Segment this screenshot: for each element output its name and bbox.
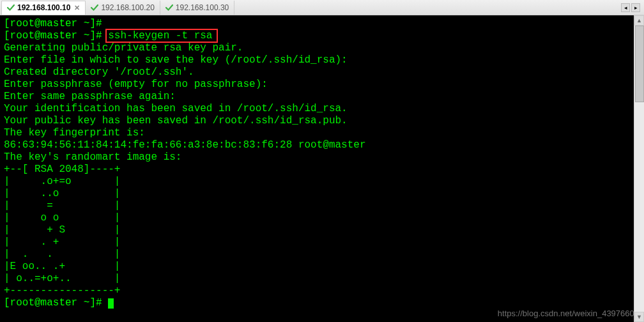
terminal-line: 86:63:94:56:11:84:14:fe:fa:66:a3:8e:bc:8… xyxy=(4,139,640,151)
connected-check-icon xyxy=(91,4,98,12)
scroll-up-icon[interactable]: ▲ xyxy=(634,15,644,26)
scroll-thumb[interactable] xyxy=(635,26,644,102)
terminal-line: Your identification has been saved in /r… xyxy=(4,103,640,115)
connected-check-icon xyxy=(7,4,15,12)
terminal-line: Your public key has been saved in /root/… xyxy=(4,115,640,127)
terminal-line: Enter passphrase (empty for no passphras… xyxy=(4,79,640,91)
terminal-line: |E oo.. .+ | xyxy=(4,261,640,273)
win-control-icon[interactable]: ◂ xyxy=(621,3,630,12)
win-control-icon[interactable]: ▸ xyxy=(631,3,640,12)
terminal-cursor xyxy=(108,298,114,309)
terminal-line: | + S | xyxy=(4,224,640,236)
tab-2[interactable]: 192.168.100.30 xyxy=(160,1,234,15)
terminal-line: [root@master ~]# ssh-keygen -t rsa xyxy=(4,30,640,42)
tab-label: 192.168.100.30 xyxy=(176,3,229,12)
terminal-line: Enter file in which to save the key (/ro… xyxy=(4,54,640,66)
tab-bar: 192.168.100.10 ✕ 192.168.100.20 192.168.… xyxy=(0,0,644,15)
scrollbar[interactable]: ▲ ▼ xyxy=(634,15,644,322)
terminal-line: Created directory '/root/.ssh'. xyxy=(4,66,640,79)
terminal-line: | . + | xyxy=(4,236,640,249)
terminal-line: [root@master ~]# xyxy=(4,18,640,30)
connected-check-icon xyxy=(165,4,173,12)
terminal-line: The key's randomart image is: xyxy=(4,151,640,164)
window-controls: ◂ ▸ xyxy=(621,3,643,12)
tab-label: 192.168.100.20 xyxy=(101,3,154,12)
tab-1[interactable]: 192.168.100.20 xyxy=(86,1,160,15)
terminal-line: The key fingerprint is: xyxy=(4,127,640,139)
terminal-line: | ..o | xyxy=(4,188,640,200)
watermark: https://blog.csdn.net/weixin_43976602 xyxy=(498,307,639,319)
terminal-line: +-----------------+ xyxy=(4,285,640,297)
close-icon[interactable]: ✕ xyxy=(74,4,80,12)
terminal-line: | .o+=o | xyxy=(4,176,640,188)
scroll-down-icon[interactable]: ▼ xyxy=(634,312,644,322)
terminal-line: | o..=+o+.. | xyxy=(4,273,640,285)
terminal-line: | = | xyxy=(4,200,640,212)
terminal-line: | o o | xyxy=(4,212,640,224)
tab-0[interactable]: 192.168.100.10 ✕ xyxy=(1,1,86,15)
terminal-line: +--[ RSA 2048]----+ xyxy=(4,164,640,176)
terminal[interactable]: [root@master ~]#[root@master ~]# ssh-key… xyxy=(0,15,644,322)
terminal-line: Enter same passphrase again: xyxy=(4,91,640,103)
terminal-line: | . . | xyxy=(4,249,640,261)
terminal-line: Generating public/private rsa key pair. xyxy=(4,42,640,54)
tab-label: 192.168.100.10 xyxy=(17,3,70,12)
